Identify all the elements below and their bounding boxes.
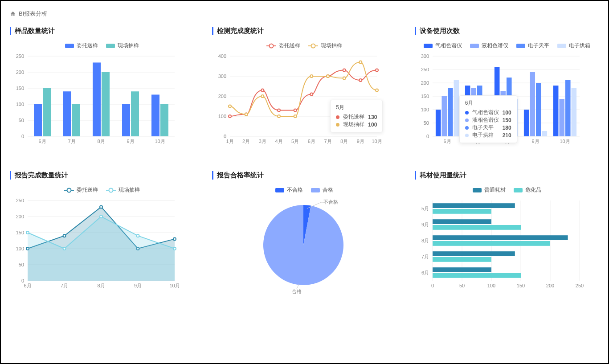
svg-text:6月: 6月 [24,283,31,288]
svg-rect-84 [454,80,459,136]
svg-point-41 [294,109,297,112]
svg-point-39 [262,89,264,92]
svg-text:5月: 5月 [421,206,429,211]
chart-card-chart2: 检测完成度统计委托送样现场抽样01002003004001月2月3月4月5月6月… [212,27,396,158]
svg-rect-96 [524,110,529,136]
svg-rect-101 [553,86,559,136]
svg-text:400: 400 [218,53,226,59]
svg-point-52 [311,75,313,78]
svg-point-125 [100,215,102,218]
svg-rect-81 [436,110,441,136]
legend-item[interactable]: 现场抽样 [106,186,140,194]
svg-rect-102 [559,99,564,136]
svg-text:5月: 5月 [291,139,299,144]
chart-card-chart5: 报告合格率统计不合格合格不合格合格 [212,171,396,302]
legend-item[interactable]: 现场抽样 [308,42,342,49]
svg-text:200: 200 [421,80,429,86]
legend-item[interactable]: 委托送样 [266,42,300,49]
svg-point-44 [343,69,346,72]
svg-rect-18 [93,62,101,136]
svg-rect-15 [63,91,71,136]
svg-text:1月: 1月 [226,139,234,144]
svg-point-122 [173,237,176,240]
svg-text:50: 50 [459,283,465,288]
chart-title: 报告完成数量统计 [10,171,194,180]
svg-text:150: 150 [421,94,429,99]
svg-text:200: 200 [16,214,24,219]
svg-rect-156 [433,251,515,256]
legend-item[interactable]: 委托送样 [65,42,98,49]
legend-item[interactable]: 电子天平 [516,42,549,49]
legend-item[interactable]: 普通耗材 [473,186,506,194]
svg-text:不合格: 不合格 [323,199,338,204]
svg-text:0: 0 [426,134,429,139]
svg-text:50: 50 [19,262,24,267]
svg-point-124 [63,247,66,250]
svg-text:8月: 8月 [97,139,105,144]
chart-canvas: 不合格合格不合格合格 [212,186,396,302]
svg-rect-148 [433,209,491,214]
svg-text:7月: 7月 [421,254,429,259]
legend-item[interactable]: 气相色谱仪 [424,42,462,49]
svg-text:3月: 3月 [259,139,266,144]
chart-title: 样品数量统计 [10,27,194,35]
svg-point-49 [262,95,264,98]
legend-item[interactable]: 委托送样 [64,186,98,194]
svg-point-48 [245,113,248,116]
svg-text:100: 100 [421,107,429,112]
chart-tooltip: 5月委托送样130现场抽样100 [330,100,383,132]
chart-card-chart6: 耗材使用量统计普通耗材危化品0501001502002505月9月8月7月6月 [415,171,599,302]
svg-text:6月: 6月 [308,139,315,144]
svg-text:100: 100 [218,114,226,119]
home-icon [10,11,16,17]
svg-point-123 [26,231,29,234]
legend: 不合格合格 [212,186,396,194]
svg-point-47 [229,105,231,108]
svg-rect-16 [72,104,80,136]
breadcrumb-text: BI报表分析 [19,10,47,18]
svg-rect-147 [433,203,515,208]
svg-text:9月: 9月 [127,139,134,144]
svg-text:10月: 10月 [560,139,570,144]
svg-text:9月: 9月 [134,283,142,288]
legend: 委托送样现场抽样 [10,42,194,49]
legend-item[interactable]: 液相色谱仪 [470,42,508,49]
svg-rect-97 [530,72,535,136]
legend-item[interactable]: 不合格 [275,186,303,194]
svg-text:8月: 8月 [340,139,348,144]
legend-item[interactable]: 现场抽样 [106,42,139,49]
chart-title: 耗材使用量统计 [415,171,599,180]
svg-text:200: 200 [546,283,554,288]
svg-text:150: 150 [16,230,24,235]
svg-text:0: 0 [431,283,434,288]
svg-rect-154 [433,241,550,246]
svg-rect-150 [433,219,491,224]
svg-text:100: 100 [487,283,495,288]
legend: 委托送样现场抽样 [10,186,194,194]
svg-text:10月: 10月 [372,139,382,144]
svg-rect-159 [433,267,491,272]
svg-text:250: 250 [16,198,24,203]
chart-title: 报告合格率统计 [212,171,396,180]
svg-point-127 [173,247,176,250]
svg-text:150: 150 [16,86,24,91]
svg-point-53 [327,75,329,78]
svg-text:8月: 8月 [97,283,105,288]
svg-text:2月: 2月 [242,139,250,144]
svg-text:200: 200 [16,70,24,75]
svg-point-50 [278,115,280,118]
svg-text:100: 100 [16,246,24,251]
legend-item[interactable]: 合格 [311,186,333,194]
svg-point-51 [294,115,297,118]
svg-point-54 [343,77,346,80]
svg-text:50: 50 [19,118,24,123]
svg-rect-151 [433,225,521,230]
svg-point-37 [229,115,231,118]
svg-rect-22 [131,91,139,136]
svg-rect-19 [102,72,110,136]
svg-text:50: 50 [423,120,429,126]
svg-text:300: 300 [218,74,226,79]
legend-item[interactable]: 电子烘箱 [557,42,590,49]
legend-item[interactable]: 危化品 [514,186,541,194]
svg-rect-24 [151,94,159,136]
